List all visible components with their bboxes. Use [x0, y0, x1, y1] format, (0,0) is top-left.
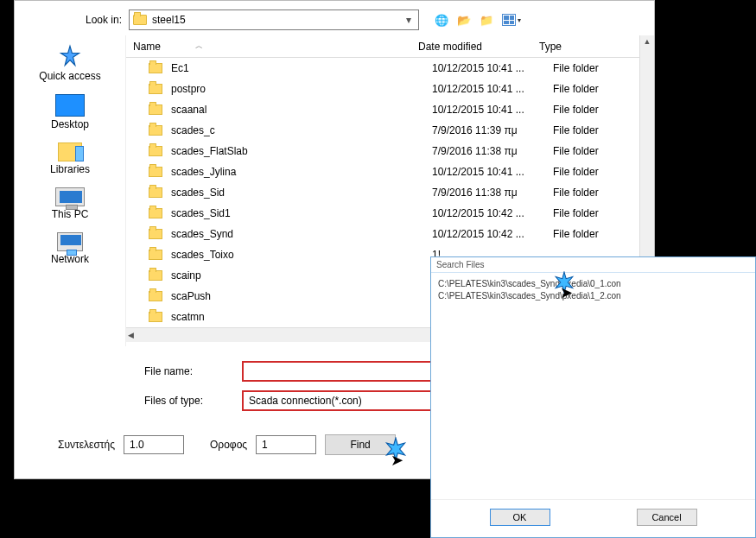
up-one-level-icon[interactable]: 📂 — [457, 13, 471, 27]
table-row[interactable]: scades_Synd10/12/2015 10:42 ...File fold… — [126, 224, 654, 244]
scroll-up-icon[interactable]: ▲ — [644, 37, 651, 46]
look-in-combo[interactable]: steel15 ▾ — [129, 9, 419, 30]
table-row[interactable]: scades_Jylina10/12/2015 10:41 ...File fo… — [126, 161, 654, 182]
file-date-cell: 10/12/2015 10:41 ... — [432, 62, 553, 74]
sort-ascending-icon: ︿ — [195, 41, 203, 52]
file-date-cell: 7/9/2016 11:38 πμ — [432, 145, 553, 157]
find-button-label: Find — [350, 439, 370, 451]
ok-button[interactable]: OK — [490, 509, 550, 526]
search-results-dialog: Search Files C:\PELATES\kin3\scades_Synd… — [430, 256, 756, 538]
file-type-combo[interactable]: Scada connection(*.con) — [243, 391, 450, 410]
column-header-type[interactable]: Type — [539, 41, 617, 53]
folder-icon — [149, 291, 162, 301]
find-button[interactable]: Find — [325, 434, 396, 455]
file-type-cell: File folder — [553, 145, 631, 157]
table-row[interactable]: scades_Sid110/12/2015 10:42 ...File fold… — [126, 203, 654, 224]
place-quick-access[interactable]: Quick access — [15, 41, 125, 85]
network-icon — [57, 232, 83, 251]
file-name-cell: scatmn — [171, 311, 432, 323]
floor-label: Οροφος — [210, 439, 247, 451]
file-type-cell: File folder — [553, 166, 631, 178]
file-date-cell: 10/12/2015 10:42 ... — [432, 207, 553, 219]
libraries-icon — [58, 142, 82, 161]
places-bar: Quick access Desktop Libraries This PC N… — [15, 35, 125, 346]
place-label: This PC — [52, 208, 89, 220]
file-date-cell: 10/12/2015 10:41 ... — [432, 166, 553, 178]
table-row[interactable]: Ec110/12/2015 10:41 ...File folder — [126, 58, 654, 79]
file-type-cell: File folder — [553, 187, 631, 199]
folder-icon — [149, 104, 162, 115]
place-this-pc[interactable]: This PC — [15, 184, 125, 224]
file-name-cell: scades_Toixo — [171, 249, 432, 261]
table-row[interactable]: postpro10/12/2015 10:41 ...File folder — [126, 79, 654, 99]
nav-toolbar: 🌐 📂 📁 ▾ — [435, 13, 521, 27]
folder-icon — [149, 125, 162, 136]
place-desktop[interactable]: Desktop — [15, 91, 125, 134]
cancel-button[interactable]: Cancel — [637, 509, 697, 526]
table-row[interactable]: scades_Sid7/9/2016 11:38 πμFile folder — [126, 182, 654, 203]
place-network[interactable]: Network — [15, 229, 125, 269]
search-dialog-title: Search Files — [431, 257, 755, 273]
folder-icon — [149, 84, 162, 94]
file-type-cell: File folder — [553, 83, 631, 95]
back-icon[interactable]: 🌐 — [435, 13, 448, 27]
place-label: Quick access — [39, 70, 100, 82]
column-header-date[interactable]: Date modified — [418, 41, 539, 53]
look-in-value: steel15 — [152, 14, 397, 26]
file-type-cell: File folder — [553, 124, 631, 136]
file-name-cell: scaPush — [171, 290, 432, 302]
look-in-label: Look in: — [27, 14, 122, 26]
look-in-row: Look in: steel15 ▾ 🌐 📂 📁 ▾ — [15, 1, 654, 35]
folder-icon — [149, 229, 162, 239]
file-type-cell: File folder — [553, 104, 631, 116]
file-name-cell: scades_c — [171, 124, 432, 136]
file-date-cell: 10/12/2015 10:42 ... — [432, 228, 553, 240]
file-name-cell: Ec1 — [171, 62, 432, 74]
file-type-cell: File folder — [553, 207, 631, 219]
view-menu-button[interactable]: ▾ — [502, 14, 521, 26]
folder-icon — [149, 146, 162, 156]
column-label: Name — [133, 41, 161, 53]
file-date-cell: 7/9/2016 11:39 πμ — [432, 124, 553, 136]
file-type-cell: File folder — [553, 62, 631, 74]
folder-icon — [149, 63, 162, 73]
file-type-value: Scada connection(*.con) — [249, 395, 362, 407]
folder-icon — [149, 270, 162, 281]
folder-icon — [149, 208, 162, 218]
search-dialog-buttons: OK Cancel — [431, 499, 755, 534]
search-result-item[interactable]: C:\PELATES\kin3\scades_Synd\pxedia\1_2.c… — [438, 290, 748, 302]
new-folder-icon[interactable]: 📁 — [480, 13, 493, 27]
file-name-label: File name: — [144, 365, 231, 377]
column-header-name[interactable]: Name ︿ — [133, 41, 418, 53]
file-date-cell: 10/12/2015 10:41 ... — [432, 83, 553, 95]
file-name-cell: scades_Sid1 — [171, 207, 432, 219]
coefficient-label: Συντελεστής — [58, 439, 115, 451]
file-name-cell: scaanal — [171, 104, 432, 116]
file-name-input[interactable] — [243, 362, 450, 381]
file-list-header: Name ︿ Date modified Type — [126, 35, 654, 58]
table-row[interactable]: scades_c7/9/2016 11:39 πμFile folder — [126, 120, 654, 141]
place-libraries[interactable]: Libraries — [15, 139, 125, 179]
chevron-down-icon[interactable]: ▾ — [403, 14, 415, 26]
file-date-cell: 10/12/2015 10:41 ... — [432, 104, 553, 116]
file-date-cell: 7/9/2016 11:38 πμ — [432, 187, 553, 199]
file-type-label: Files of type: — [144, 395, 231, 407]
this-pc-icon — [55, 187, 85, 206]
file-name-cell: scades_Jylina — [171, 166, 432, 178]
table-row[interactable]: scaanal10/12/2015 10:41 ...File folder — [126, 99, 654, 120]
place-label: Libraries — [50, 163, 90, 175]
table-row[interactable]: scades_FlatSlab7/9/2016 11:38 πμFile fol… — [126, 141, 654, 161]
place-label: Desktop — [51, 118, 89, 130]
quick-access-icon — [58, 44, 82, 68]
floor-input[interactable] — [256, 435, 316, 454]
folder-icon — [149, 187, 162, 198]
file-name-cell: scades_Synd — [171, 228, 432, 240]
file-name-cell: scades_FlatSlab — [171, 145, 432, 157]
search-result-item[interactable]: C:\PELATES\kin3\scades_Synd\pxedia\0_1.c… — [438, 278, 748, 290]
search-results-list: C:\PELATES\kin3\scades_Synd\pxedia\0_1.c… — [431, 273, 755, 499]
coefficient-input[interactable] — [124, 435, 184, 454]
file-name-cell: scainp — [171, 269, 432, 282]
folder-icon — [133, 15, 147, 25]
file-name-cell: scades_Sid — [171, 187, 432, 199]
file-type-cell: File folder — [553, 228, 631, 240]
